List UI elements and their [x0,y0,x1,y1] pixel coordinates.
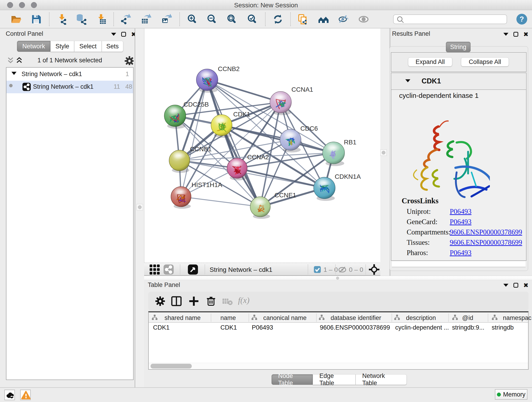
crosslink-value[interactable]: 9606.ENSP00000378699 [450,228,522,236]
warning-status-button[interactable] [20,390,31,400]
tab-network[interactable]: Network [17,41,51,52]
column-header-namespac[interactable]: namespac [503,314,532,322]
column-separator[interactable] [392,313,392,322]
cell-shared-name[interactable]: CDK1 [153,324,170,331]
column-separator[interactable] [488,313,488,322]
tab-style[interactable]: Style [51,41,74,52]
cell-canonical-name[interactable]: P06493 [252,324,273,331]
tab-edge-table[interactable]: Edge Table [313,374,355,385]
selected-checkbox-icon[interactable] [313,266,321,274]
export-network-icon[interactable] [120,14,131,25]
table-settings-gear-icon[interactable] [155,296,165,306]
tab-sets[interactable]: Sets [102,41,123,52]
show-all-icon[interactable] [358,14,369,25]
save-session-icon[interactable] [31,14,42,25]
crosslink-value[interactable]: 9606.ENSP00000378699 [450,238,522,246]
node-CCNE1[interactable]: CCNE1 [250,191,296,219]
table-horizontal-scrollbar[interactable] [149,363,528,369]
collapse-all-button[interactable]: Collapse All [461,57,509,66]
left-splitter[interactable] [135,28,144,387]
column-header--id[interactable]: @id [462,314,473,322]
zoom-fit-icon[interactable] [227,14,238,25]
import-network-file-icon[interactable] [57,14,68,25]
tab-network-table[interactable]: Network Table [355,374,407,385]
expander-icon[interactable] [12,72,17,75]
toolbar-separator [49,12,50,26]
results-scrollbar[interactable] [392,261,526,267]
export-view-icon[interactable] [188,264,198,274]
network-view-toolbar: String Network – cdk1 1 – 0 0 – 0 [144,263,380,276]
cloud-status-button[interactable] [4,390,15,400]
cell-namespac[interactable]: stringdb [492,324,514,331]
float-panel-icon[interactable] [121,32,126,37]
column-header-description[interactable]: description [406,314,436,322]
status-bar: Memory [0,387,532,402]
tab-node-table[interactable]: Node Table [272,374,313,385]
cell-name[interactable]: CDK1 [220,324,237,331]
float-panel-icon[interactable] [513,32,518,37]
show-columns-icon[interactable] [171,296,182,306]
zoom-in-icon[interactable] [187,14,198,25]
expand-all-button[interactable]: Expand All [408,57,452,66]
crosslink-value[interactable]: P06493 [450,218,472,226]
memory-button[interactable]: Memory [495,389,527,400]
close-panel-icon[interactable]: ✖ [523,32,529,37]
column-header-database-identifier[interactable]: database identifier [331,314,381,322]
column-header-name[interactable]: name [220,314,236,322]
network-collection-row[interactable]: String Network – cdk1 1 [6,68,133,81]
crosslink-value[interactable]: P06493 [450,249,472,257]
tab-select[interactable]: Select [74,41,102,52]
collapse-panel-icon[interactable] [503,33,508,36]
svg-text:CDK1: CDK1 [233,111,250,118]
column-separator[interactable] [316,313,317,322]
zoom-selected-icon[interactable] [247,14,258,25]
open-session-icon[interactable] [11,14,22,25]
scrollbar-thumb[interactable] [151,364,192,369]
hide-selected-icon[interactable] [338,14,349,25]
tab-string[interactable]: String [446,42,471,52]
help-button[interactable]: ? [516,14,527,25]
column-separator[interactable] [211,313,211,322]
add-column-icon[interactable] [189,296,199,306]
crosslink-value[interactable]: P06493 [450,207,472,216]
right-splitter[interactable] [380,28,390,276]
column-type-icon [152,314,158,321]
node-CDK1[interactable]: CDK1 [211,111,250,138]
search-input[interactable] [393,14,507,24]
column-separator[interactable] [249,313,249,322]
column-header-canonical-name[interactable]: canonical name [263,314,307,322]
svg-text:HIST1H1A: HIST1H1A [191,181,222,188]
options-gear-icon[interactable] [124,56,133,65]
import-table-icon[interactable] [96,14,107,25]
network-overview-icon[interactable] [164,264,174,274]
horizontal-splitter[interactable] [144,276,532,280]
copy-network-icon[interactable] [298,14,308,25]
import-network-database-icon[interactable] [76,14,87,25]
float-panel-icon[interactable] [513,283,518,288]
node-CDKN1A[interactable]: CDKN1A [314,173,361,201]
column-header-shared-name[interactable]: shared name [165,314,201,322]
export-table-icon[interactable] [140,14,152,25]
node-HIST1H1A[interactable]: HIST1H1A [171,181,222,209]
collapse-panel-icon[interactable] [111,33,116,36]
zoom-out-icon[interactable] [207,14,218,25]
network-row-selected[interactable]: String Network – cdk1 11 48 [6,81,133,93]
cell--id[interactable]: stringdb:9... [452,324,484,331]
cell-database-identifier[interactable]: 9606.ENSP00000378699 [320,324,390,331]
fit-content-icon[interactable] [369,264,380,275]
export-image-icon[interactable] [161,14,172,25]
cell-description[interactable]: cyclin-dependent ... [395,324,449,331]
refresh-icon[interactable] [272,14,283,25]
network-label: String Network – cdk1 [33,83,94,90]
network-view-canvas[interactable]: CCNB2CCNA1CDC25BCDK1CDC6RB1CCNB1CCNA2CDK… [144,28,380,263]
column-separator[interactable] [448,313,449,322]
node-CCNA1[interactable]: CCNA1 [270,86,313,115]
close-panel-icon[interactable]: ✖ [523,283,529,288]
node-CCNB2[interactable]: CCNB2 [196,65,240,93]
delete-column-icon[interactable] [206,296,215,306]
collapse-panel-icon[interactable] [503,284,508,287]
node-RB1[interactable]: RB1 [323,139,356,166]
grid-view-icon[interactable] [149,264,160,275]
home-view-icon[interactable] [318,14,329,25]
collapse-gene-icon[interactable] [405,79,410,82]
